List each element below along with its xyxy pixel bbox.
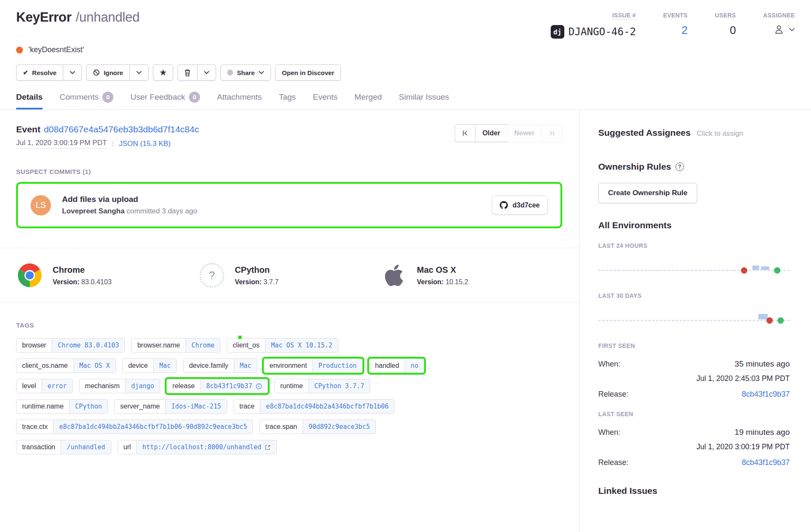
- resolve-button[interactable]: ✔ Resolve: [16, 64, 63, 81]
- tag-key[interactable]: trace: [234, 400, 260, 413]
- share-button[interactable]: Share: [220, 64, 271, 81]
- tag-client-os: client_osMac OS X 10.15.2: [227, 338, 338, 353]
- browser-version-label: Version:: [53, 278, 79, 286]
- tag-key[interactable]: mechanism: [79, 379, 125, 393]
- tag-value[interactable]: no: [405, 359, 424, 372]
- tag-key[interactable]: device: [123, 359, 153, 372]
- os-version-label: Version:: [417, 278, 444, 286]
- chevron-down-icon: [70, 71, 75, 74]
- event-context-summary: Chrome Version: 83.0.4103 ? CPython Vers…: [0, 248, 579, 303]
- tag-key[interactable]: device.family: [183, 359, 234, 372]
- oldest-event-button[interactable]: [455, 124, 475, 142]
- tag-value[interactable]: e8c87ba1dc494bb2a4346bcfbf7b1b06: [260, 400, 394, 413]
- tags-list: browserChrome 83.0.4103 browser.nameChro…: [16, 338, 562, 454]
- tag-key[interactable]: trace.span: [260, 420, 303, 434]
- tag-key[interactable]: client_os.name: [17, 359, 73, 372]
- open-in-discover-button[interactable]: Open in Discover: [275, 64, 341, 81]
- tag-key[interactable]: client_os: [227, 339, 265, 352]
- tag-key[interactable]: level: [17, 379, 42, 393]
- events-count[interactable]: 2: [681, 24, 687, 37]
- tag-value[interactable]: Mac: [234, 359, 257, 372]
- delete-dropdown-button[interactable]: [197, 64, 216, 81]
- event-id-link[interactable]: d08d7667e4a5476eb3b3db6d7f14c84c: [44, 124, 199, 134]
- tab-comments[interactable]: Comments0: [59, 92, 113, 109]
- os-name: Mac OS X: [417, 265, 468, 275]
- tag-key[interactable]: browser.name: [132, 339, 186, 352]
- tag-value[interactable]: error: [42, 379, 72, 393]
- tab-similar-issues[interactable]: Similar Issues: [399, 92, 449, 109]
- tag-value[interactable]: Chrome: [186, 339, 220, 352]
- chevron-down-icon: [789, 28, 795, 31]
- tag-key[interactable]: handled: [369, 359, 405, 372]
- runtime-version: 3.7.7: [263, 278, 279, 286]
- tab-tags[interactable]: Tags: [279, 92, 296, 109]
- assignee-selector[interactable]: [773, 24, 795, 35]
- release-label: Release:: [598, 458, 628, 467]
- issue-number-label: ISSUE #: [612, 12, 636, 20]
- first-seen-release-link[interactable]: 8cb43f1c9b37: [742, 390, 790, 399]
- commit-sha-button[interactable]: d3d7cee: [492, 196, 548, 215]
- tag-key[interactable]: trace.ctx: [17, 420, 53, 434]
- tag-value[interactable]: 8cb43f1c9b37: [200, 379, 268, 393]
- tab-details-label: Details: [16, 92, 42, 102]
- tag-value[interactable]: Chrome 83.0.4103: [52, 339, 125, 352]
- tag-value[interactable]: http://localhost:8000/unhandled: [136, 440, 276, 454]
- tag-value[interactable]: Idos-iMac-215: [165, 400, 226, 413]
- tab-events[interactable]: Events: [313, 92, 338, 109]
- tag-key[interactable]: server_name: [115, 400, 165, 413]
- tag-value[interactable]: Mac OS X: [73, 359, 115, 372]
- tag-key[interactable]: transaction: [17, 440, 61, 454]
- unknown-runtime-icon: ?: [198, 262, 225, 289]
- newer-event-button[interactable]: Newer: [507, 124, 541, 142]
- tab-merged[interactable]: Merged: [355, 92, 382, 109]
- tab-events-label: Events: [313, 92, 338, 102]
- tag-value[interactable]: 90d892c9eace3bc5: [303, 420, 376, 434]
- ownership-rules-heading: Ownership Rules: [598, 162, 671, 172]
- tag-key[interactable]: runtime: [275, 379, 308, 393]
- tab-user-feedback[interactable]: User Feedback0: [130, 92, 200, 109]
- ignore-button[interactable]: Ignore: [86, 64, 130, 81]
- tag-key[interactable]: runtime.name: [17, 400, 69, 413]
- tag-key[interactable]: url: [118, 440, 137, 454]
- ignore-dropdown-button[interactable]: [130, 64, 149, 81]
- when-label: When:: [598, 428, 620, 437]
- tag-key[interactable]: browser: [17, 339, 52, 352]
- event-details-panel: Eventd08d7667e4a5476eb3b3db6d7f14c84c Ju…: [0, 110, 580, 532]
- info-icon: [256, 383, 262, 389]
- tab-details[interactable]: Details: [16, 92, 42, 109]
- tag-value[interactable]: django: [125, 379, 160, 393]
- tab-merged-label: Merged: [355, 92, 382, 102]
- users-count[interactable]: 0: [730, 24, 736, 37]
- delete-button[interactable]: [177, 64, 197, 81]
- tag-value[interactable]: CPython 3.7.7: [308, 379, 369, 393]
- tag-value[interactable]: Mac OS X 10.15.2: [265, 339, 338, 352]
- assignee-label: ASSIGNEE: [763, 12, 795, 19]
- ignore-label: Ignore: [104, 69, 123, 76]
- tag-environment: environmentProduction: [264, 358, 363, 373]
- chevron-down-icon: [259, 71, 264, 74]
- tag-mechanism: mechanismdjango: [79, 379, 160, 393]
- older-event-button[interactable]: Older: [475, 124, 507, 142]
- create-ownership-rule-button[interactable]: Create Ownership Rule: [598, 183, 697, 203]
- event-json-link[interactable]: JSON (15.3 KB): [119, 140, 171, 148]
- linked-issues-heading: Linked Issues: [598, 486, 790, 496]
- tag-value[interactable]: CPython: [69, 400, 107, 413]
- help-icon[interactable]: ?: [676, 162, 684, 171]
- newest-event-button[interactable]: [541, 124, 562, 142]
- sparkline-baseline: [598, 320, 790, 321]
- tag-key[interactable]: environment: [264, 359, 313, 372]
- chrome-icon: [16, 262, 43, 289]
- tag-device: deviceMac: [122, 358, 177, 373]
- tab-attachments[interactable]: Attachments: [217, 92, 262, 109]
- tag-value[interactable]: /unhandled: [61, 440, 110, 454]
- bookmark-button[interactable]: ★: [153, 64, 173, 81]
- last-seen-release-link[interactable]: 8cb43f1c9b37: [742, 458, 790, 467]
- tag-key[interactable]: release: [167, 379, 200, 393]
- tag-value[interactable]: Mac: [153, 359, 176, 372]
- resolve-label: Resolve: [32, 69, 57, 76]
- issue-short-id: DJANGO-46-2: [569, 26, 636, 38]
- first-release-marker: [766, 317, 773, 324]
- resolve-dropdown-button[interactable]: [63, 64, 82, 81]
- tag-value[interactable]: e8c87ba1dc494bb2a4346bcfbf7b1b06-90d892c…: [53, 420, 253, 434]
- tag-value[interactable]: Production: [313, 359, 362, 372]
